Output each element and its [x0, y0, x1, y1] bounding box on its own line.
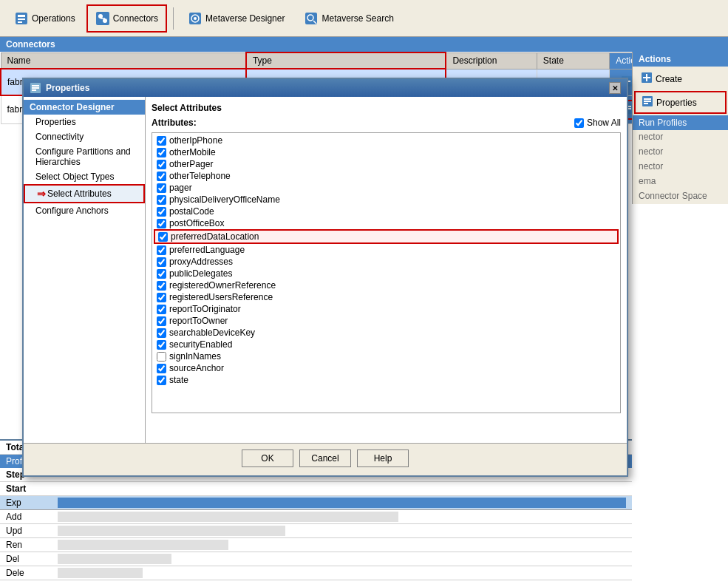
nav-item-properties[interactable]: Properties [24, 115, 145, 129]
metaverse-designer-label: Metaverse Designer [205, 13, 285, 24]
attr-checkbox[interactable] [157, 376, 166, 385]
attr-item[interactable]: reportToOriginator [154, 303, 619, 315]
nav-header: Connector Designer [24, 100, 145, 115]
show-all-checkbox[interactable] [574, 118, 584, 128]
svg-rect-26 [644, 101, 651, 102]
attr-item[interactable]: otherPager [154, 158, 619, 170]
operations-icon [14, 11, 29, 26]
attr-checkbox[interactable] [157, 328, 166, 338]
attr-checkbox[interactable] [157, 293, 166, 302]
show-all-label: Show All [587, 118, 621, 128]
attr-item[interactable]: postalCode [154, 206, 619, 217]
export-row-label: Exp [6, 498, 58, 508]
connectors-button[interactable]: Connectors [86, 4, 167, 33]
attr-checkbox[interactable] [157, 207, 166, 217]
metaverse-search-button[interactable]: Metaverse Search [296, 4, 401, 33]
ok-button[interactable]: OK [242, 449, 293, 467]
attr-checkbox[interactable] [158, 232, 168, 242]
show-all-container[interactable]: Show All [574, 118, 621, 128]
attr-checkbox[interactable] [157, 183, 166, 193]
attr-item[interactable]: publicDelegates [154, 268, 619, 279]
export-row-bar [58, 498, 626, 508]
attr-checkbox[interactable] [157, 257, 166, 267]
attr-name: registeredOwnerReference [169, 280, 276, 291]
nector-label2: nector [639, 146, 663, 157]
attr-item[interactable]: securityEnabled [154, 339, 619, 350]
attr-checkbox[interactable] [157, 148, 166, 157]
metaverse-designer-button[interactable]: Metaverse Designer [180, 4, 293, 33]
attr-name: postOfficeBox [169, 218, 224, 228]
attr-item[interactable]: otherIpPhone [154, 135, 619, 146]
nector-label3: nector [639, 161, 663, 172]
attr-item[interactable]: registeredOwnerReference [154, 279, 619, 291]
dialog-content: Select Attributes Attributes: Show All o… [146, 97, 627, 443]
attr-item[interactable]: registeredUsersReference [154, 291, 619, 303]
attr-item[interactable]: reportToOwner [154, 315, 619, 327]
svg-rect-2 [18, 18, 25, 20]
attr-checkbox[interactable] [157, 245, 166, 255]
ema-label: ema [639, 176, 656, 186]
rename-bar [58, 540, 228, 550]
delete-connector-row: nector [633, 130, 728, 145]
arrow-icon: ⇒ [37, 188, 46, 200]
attr-item-preferred-data-location[interactable]: preferredDataLocation [154, 229, 619, 244]
attr-checkbox[interactable] [157, 340, 166, 350]
dialog-title-area: Properties [30, 82, 89, 94]
attr-name: otherPager [169, 159, 213, 169]
attr-checkbox[interactable] [157, 219, 166, 228]
metaverse-designer-icon [188, 11, 203, 26]
attr-item[interactable]: otherMobile [154, 146, 619, 158]
metaverse-search-label: Metaverse Search [322, 13, 393, 24]
nav-item-configure-partitions[interactable]: Configure Partitions and Hierarchies [24, 144, 145, 169]
create-side-button[interactable]: Create [634, 68, 727, 89]
attr-name: pager [169, 183, 192, 193]
nav-item-connectivity[interactable]: Connectivity [24, 129, 145, 144]
connector-row2: nector [633, 145, 728, 160]
attr-checkbox[interactable] [157, 269, 166, 279]
dialog-titlebar: Properties ✕ [24, 79, 627, 97]
cancel-button[interactable]: Cancel [299, 449, 351, 467]
attr-name: state [169, 375, 188, 385]
attr-checkbox[interactable] [157, 305, 166, 314]
attr-item[interactable]: otherTelephone [154, 170, 619, 182]
nav-item-configure-anchors[interactable]: Configure Anchors [24, 203, 145, 218]
attributes-toolbar: Attributes: Show All [152, 118, 621, 128]
properties-side-button[interactable]: Properties [634, 91, 727, 114]
connector-space-label: Connector Space [639, 191, 707, 201]
col-type: Type [246, 52, 446, 69]
nav-select-attr-label: Select Attributes [47, 189, 112, 199]
attr-item[interactable]: preferredLanguage [154, 244, 619, 256]
attr-checkbox[interactable] [157, 160, 166, 169]
attr-checkbox[interactable] [157, 352, 166, 362]
metaverse-search-icon [304, 11, 319, 26]
attr-checkbox[interactable] [157, 195, 166, 205]
help-button[interactable]: Help [357, 449, 409, 467]
attr-item[interactable]: sourceAnchor [154, 362, 619, 374]
operations-button[interactable]: Operations [6, 4, 84, 33]
attr-item[interactable]: postOfficeBox [154, 217, 619, 229]
ema-row: ema [633, 174, 728, 189]
attr-checkbox[interactable] [157, 136, 166, 146]
attr-item[interactable]: proxyAddresses [154, 256, 619, 268]
dialog-close-button[interactable]: ✕ [609, 82, 621, 94]
attr-checkbox[interactable] [157, 316, 166, 326]
attr-item[interactable]: pager [154, 182, 619, 194]
attr-checkbox[interactable] [157, 364, 166, 373]
delete-label: Del [6, 554, 58, 564]
attributes-list[interactable]: otherIpPhone otherMobile otherPager othe… [152, 132, 621, 413]
connectors-icon [95, 11, 110, 26]
toolbar: Operations Connectors Metaverse Designer [0, 0, 728, 37]
panel-header: Connectors [0, 37, 728, 52]
nav-item-select-attributes[interactable]: ⇒ Select Attributes [24, 184, 145, 203]
attr-item[interactable]: physicalDeliveryOfficeName [154, 194, 619, 206]
attr-checkbox[interactable] [157, 172, 166, 181]
attr-checkbox[interactable] [157, 281, 166, 291]
attr-item[interactable]: signInNames [154, 350, 619, 362]
attr-item[interactable]: searchableDeviceKey [154, 327, 619, 339]
attr-item[interactable]: state [154, 374, 619, 386]
toolbar-divider-1 [173, 7, 174, 30]
dialog-nav: Connector Designer Properties Connectivi… [24, 97, 146, 443]
dialog-footer: OK Cancel Help [24, 443, 627, 472]
nav-item-select-object-types[interactable]: Select Object Types [24, 169, 145, 184]
update-label: Upd [6, 526, 58, 536]
